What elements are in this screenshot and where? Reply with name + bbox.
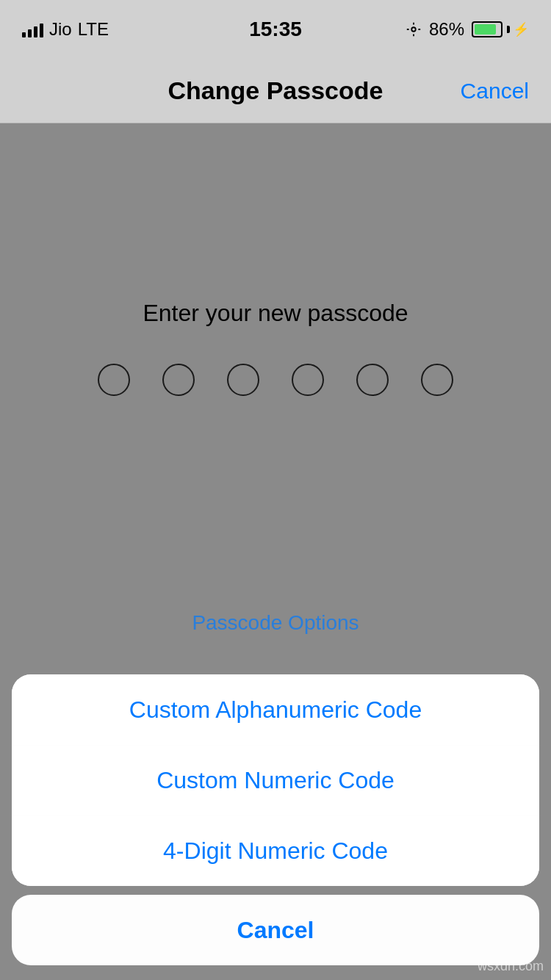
passcode-dot-3	[227, 364, 259, 396]
battery-percent: 86%	[429, 19, 464, 40]
passcode-dot-5	[356, 364, 389, 396]
action-sheet-group: Custom Alphanumeric Code Custom Numeric …	[12, 674, 539, 886]
svg-point-0	[411, 27, 416, 32]
page-title: Change Passcode	[168, 76, 383, 105]
charging-icon: ⚡	[513, 21, 529, 37]
signal-bars-icon	[22, 21, 43, 37]
four-digit-numeric-option[interactable]: 4-Digit Numeric Code	[12, 815, 539, 886]
passcode-dot-1	[98, 364, 130, 396]
custom-alphanumeric-option[interactable]: Custom Alphanumeric Code	[12, 674, 539, 745]
status-time: 15:35	[249, 18, 302, 41]
location-icon	[406, 21, 422, 37]
passcode-prompt: Enter your new passcode	[143, 300, 408, 327]
passcode-dot-4	[292, 364, 324, 396]
signal-bar-4	[40, 24, 43, 37]
action-sheet-cancel-button[interactable]: Cancel	[12, 895, 539, 965]
nav-bar: Change Passcode Cancel	[0, 59, 551, 123]
passcode-dot-2	[162, 364, 195, 396]
signal-bar-2	[28, 29, 32, 37]
status-right: 86% ⚡	[406, 19, 529, 40]
battery-body	[472, 21, 503, 37]
custom-numeric-option[interactable]: Custom Numeric Code	[12, 745, 539, 815]
signal-bar-1	[22, 32, 26, 37]
status-bar: Jio LTE 15:35 86% ⚡	[0, 0, 551, 59]
network-type: LTE	[78, 19, 109, 40]
status-left: Jio LTE	[22, 19, 109, 40]
passcode-dot-6	[421, 364, 453, 396]
signal-bar-3	[34, 26, 37, 37]
passcode-dots	[98, 364, 453, 396]
battery-tip	[507, 26, 510, 33]
carrier-name: Jio	[49, 19, 72, 40]
passcode-options-hint[interactable]: Passcode Options	[192, 611, 359, 635]
battery-icon: ⚡	[472, 21, 529, 37]
nav-cancel-button[interactable]: Cancel	[461, 79, 529, 104]
battery-fill	[475, 24, 496, 35]
main-content: Enter your new passcode Passcode Options…	[0, 123, 551, 980]
action-sheet-overlay: Custom Alphanumeric Code Custom Numeric …	[0, 674, 551, 980]
